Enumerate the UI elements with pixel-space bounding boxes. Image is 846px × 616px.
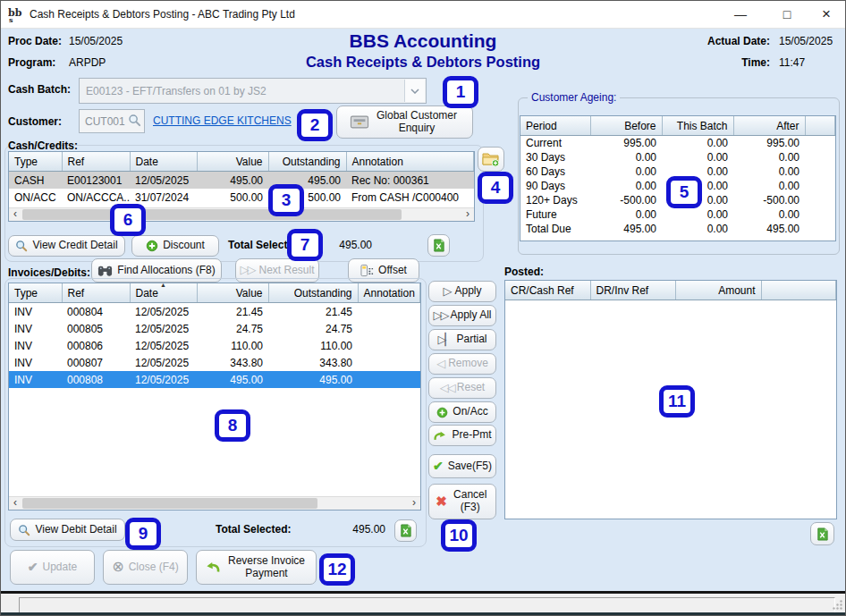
col-header-ref[interactable]: Ref (62, 152, 130, 172)
cash-credits-label: Cash/Credits: (8, 139, 78, 152)
col-header-value[interactable]: Value (197, 152, 268, 172)
offset-label: Offset (378, 265, 407, 277)
invoices-total-label: Total Selected: (216, 523, 291, 536)
view-credit-detail-button[interactable]: View Credit Detail (8, 235, 125, 257)
cell: 0.00 (662, 207, 733, 222)
scroll-left-icon[interactable]: ‹ (9, 208, 21, 221)
callout-2: 2 (297, 109, 333, 141)
export-posted-excel-button[interactable] (810, 522, 834, 545)
cell: -500.00 (733, 193, 805, 207)
cell: 495.00 (197, 371, 268, 388)
invoices-hscrollbar[interactable]: ‹ › (9, 496, 420, 510)
cell: INV (9, 371, 62, 388)
pre-pmt-button[interactable]: Pre-Pmt (428, 425, 496, 446)
table-row[interactable]: Current995.000.00995.00 (520, 136, 835, 151)
export-credits-excel-button[interactable] (427, 234, 450, 257)
scroll-right-icon[interactable]: › (408, 497, 420, 510)
cell: 60 Days (520, 165, 590, 179)
time-label: Time: (698, 56, 770, 69)
customer-code-field[interactable]: CUT001 (79, 109, 145, 133)
maximize-button[interactable]: □ (768, 1, 806, 28)
cell: 24.75 (197, 320, 268, 337)
cash-credits-hscrollbar[interactable]: ‹ › (9, 207, 474, 221)
global-customer-enquiry-button[interactable]: Global Customer Enquiry (336, 105, 473, 139)
table-row[interactable]: Total Due495.000.00495.00 (520, 222, 835, 236)
close-circle-icon: ⊗ (112, 559, 123, 575)
forward-arrow-icon (433, 430, 447, 442)
col-header-after[interactable]: After (733, 116, 805, 136)
reset-button[interactable]: ◁◁ Reset (428, 377, 496, 399)
col-header-value[interactable]: Value (197, 283, 268, 303)
cash-credits-grid[interactable]: Type Ref Date Value Outstanding Annotati… (8, 151, 475, 222)
col-header-ref[interactable]: Ref (62, 283, 130, 303)
cell: 995.00 (733, 136, 805, 151)
plus-circle-icon (146, 240, 158, 252)
col-header-date[interactable]: Date (130, 152, 197, 172)
apply-all-button[interactable]: ▷▷ Apply All (428, 305, 496, 326)
callout-7: 7 (287, 229, 323, 261)
apply-button[interactable]: ▷ Apply (428, 281, 496, 302)
update-button[interactable]: ✔ Update (10, 550, 95, 585)
scroll-left-icon[interactable]: ‹ (9, 497, 21, 510)
col-header-dr-inv-ref[interactable]: DR/Inv Ref (590, 281, 675, 300)
table-row[interactable]: 30 Days0.000.000.00 (520, 150, 835, 165)
col-header-date[interactable]: ▲Date (130, 283, 197, 303)
cell: 21.45 (268, 303, 358, 321)
excel-icon (816, 527, 829, 541)
chevron-down-icon[interactable] (404, 80, 425, 102)
table-row[interactable]: INV00080812/05/2025495.00495.00 (9, 371, 420, 388)
col-header-period[interactable]: Period (520, 116, 590, 136)
col-header-cr-cash-ref[interactable]: CR/Cash Ref (505, 281, 590, 300)
title-bar: bbs Cash Receipts & Debtors Posting - AB… (1, 1, 845, 29)
table-row[interactable]: INV00080512/05/202524.7524.75 (9, 320, 420, 337)
cancel-f3-button[interactable]: ✖ Cancel (F3) (428, 484, 496, 519)
save-f5-button[interactable]: ✔ Save(F5) (428, 454, 496, 478)
col-header-amount[interactable]: Amount (675, 281, 761, 300)
scroll-thumb[interactable] (22, 498, 317, 509)
col-header-annotation[interactable]: Annotation (358, 283, 420, 303)
table-row[interactable]: INV00080612/05/2025110.00110.00 (9, 337, 420, 354)
table-row[interactable]: Future0.000.000.00 (520, 207, 835, 222)
app-window: bbs Cash Receipts & Debtors Posting - AB… (0, 0, 846, 616)
partial-label: Partial (456, 333, 486, 346)
invoices-grid[interactable]: Type Ref ▲Date Value Outstanding Annotat… (8, 283, 421, 511)
table-row[interactable]: INV00080412/05/202521.4521.45 (9, 303, 420, 321)
cell: 495.00 (733, 222, 805, 236)
scroll-right-icon[interactable]: › (461, 208, 474, 221)
discount-button[interactable]: Discount (131, 235, 219, 257)
customer-name-link[interactable]: CUTTING EDGE KITCHENS (153, 114, 292, 127)
resize-grip[interactable] (832, 599, 843, 611)
table-row[interactable]: CASHE0012300112/05/2025495.00495.00Rec N… (9, 172, 474, 190)
close-button[interactable]: × (808, 1, 845, 28)
cell: 0.00 (733, 207, 805, 222)
invoices-debits-label: Invoices/Debits: (8, 266, 90, 279)
col-header-before[interactable]: Before (590, 116, 662, 136)
scroll-thumb[interactable] (22, 209, 402, 220)
table-row[interactable]: ON/ACCON/ACCCA...31/07/2024500.00500.00F… (9, 189, 474, 206)
view-debit-detail-button[interactable]: View Debit Detail (10, 519, 125, 541)
col-header-annotation[interactable]: Annotation (346, 152, 474, 172)
callout-8: 8 (215, 409, 250, 442)
close-f4-button[interactable]: ⊗ Close (F4) (103, 550, 188, 585)
col-header-outstanding[interactable]: Outstanding (268, 152, 346, 172)
export-invoices-excel-button[interactable] (394, 519, 417, 542)
search-icon[interactable] (128, 114, 141, 127)
status-panel (19, 597, 835, 613)
col-header-this-batch[interactable]: This Batch (662, 116, 733, 136)
cash-batch-combo[interactable]: E00123 - EFT/Transfers on 01 by JS2 (79, 78, 427, 104)
table-row[interactable]: INV00080712/05/2025343.80343.80 (9, 354, 420, 371)
cell: Future (520, 207, 590, 222)
on-acc-button[interactable]: On/Acc (428, 401, 496, 423)
card-file-icon (350, 114, 369, 130)
cell: 110.00 (197, 337, 268, 354)
col-header-outstanding[interactable]: Outstanding (268, 283, 358, 303)
col-header-type[interactable]: Type (9, 283, 62, 303)
col-header-type[interactable]: Type (9, 152, 62, 172)
cell: 24.75 (268, 320, 358, 337)
reverse-invoice-payment-button[interactable]: Reverse Invoice Payment (196, 550, 317, 585)
minimize-button[interactable]: — (722, 1, 759, 28)
partial-button[interactable]: ▷▏ Partial (428, 329, 496, 350)
reverse-invoice-payment-label: Reverse Invoice Payment (225, 555, 308, 580)
remove-button[interactable]: ◁ Remove (428, 353, 496, 375)
folder-add-button[interactable] (478, 147, 504, 172)
